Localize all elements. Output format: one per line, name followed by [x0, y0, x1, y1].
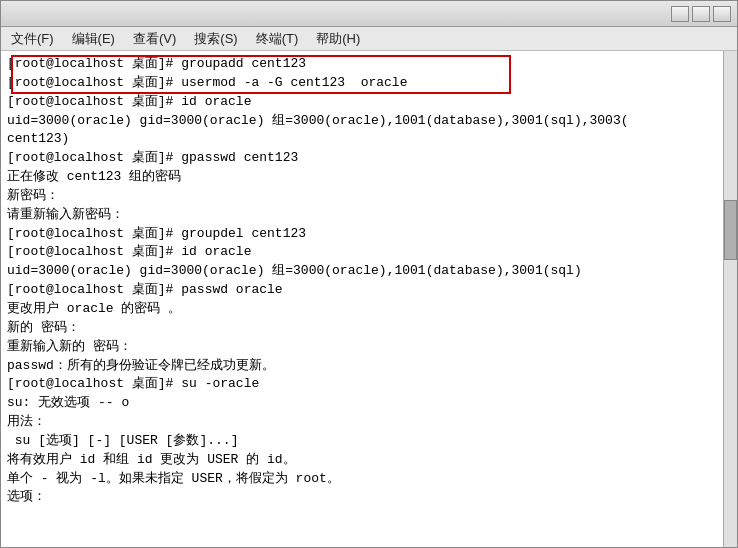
- titlebar: [1, 1, 737, 27]
- menu-view[interactable]: 查看(V): [127, 28, 182, 50]
- minimize-button[interactable]: [671, 6, 689, 22]
- terminal-line: 单个 - 视为 -l。如果未指定 USER，将假定为 root。: [7, 470, 731, 489]
- terminal-line: 重新输入新的 密码：: [7, 338, 731, 357]
- terminal-line: su: 无效选项 -- o: [7, 394, 731, 413]
- menu-search[interactable]: 搜索(S): [188, 28, 243, 50]
- terminal-line: 新的 密码：: [7, 319, 731, 338]
- scrollbar[interactable]: [723, 51, 737, 547]
- scrollbar-thumb[interactable]: [724, 200, 737, 260]
- terminal-line: 更改用户 oracle 的密码 。: [7, 300, 731, 319]
- terminal-line: [root@localhost 桌面]# usermod -a -G cent1…: [7, 74, 731, 93]
- terminal-line: 新密码：: [7, 187, 731, 206]
- terminal-line: [root@localhost 桌面]# id oracle: [7, 93, 731, 112]
- terminal-window: 文件(F) 编辑(E) 查看(V) 搜索(S) 终端(T) 帮助(H) [roo…: [0, 0, 738, 548]
- terminal-line: [root@localhost 桌面]# groupdel cent123: [7, 225, 731, 244]
- terminal-line: uid=3000(oracle) gid=3000(oracle) 组=3000…: [7, 112, 731, 131]
- menu-edit[interactable]: 编辑(E): [66, 28, 121, 50]
- menubar: 文件(F) 编辑(E) 查看(V) 搜索(S) 终端(T) 帮助(H): [1, 27, 737, 51]
- window-controls: [671, 6, 731, 22]
- terminal-line: [root@localhost 桌面]# gpasswd cent123: [7, 149, 731, 168]
- terminal-line: [root@localhost 桌面]# su -oracle: [7, 375, 731, 394]
- terminal-line: [root@localhost 桌面]# id oracle: [7, 243, 731, 262]
- terminal-line: [root@localhost 桌面]# passwd oracle: [7, 281, 731, 300]
- menu-file[interactable]: 文件(F): [5, 28, 60, 50]
- terminal-line: 请重新输入新密码：: [7, 206, 731, 225]
- terminal-line: passwd：所有的身份验证令牌已经成功更新。: [7, 357, 731, 376]
- maximize-button[interactable]: [692, 6, 710, 22]
- terminal-line: 用法：: [7, 413, 731, 432]
- menu-terminal[interactable]: 终端(T): [250, 28, 305, 50]
- terminal-body[interactable]: [root@localhost 桌面]# groupadd cent123[ro…: [1, 51, 737, 547]
- terminal-line: cent123): [7, 130, 731, 149]
- terminal-line: [root@localhost 桌面]# groupadd cent123: [7, 55, 731, 74]
- terminal-line: 将有效用户 id 和组 id 更改为 USER 的 id。: [7, 451, 731, 470]
- terminal-line: 正在修改 cent123 组的密码: [7, 168, 731, 187]
- close-button[interactable]: [713, 6, 731, 22]
- terminal-line: su [选项] [-] [USER [参数]...]: [7, 432, 731, 451]
- menu-help[interactable]: 帮助(H): [310, 28, 366, 50]
- terminal-line: 选项：: [7, 488, 731, 507]
- terminal-line: uid=3000(oracle) gid=3000(oracle) 组=3000…: [7, 262, 731, 281]
